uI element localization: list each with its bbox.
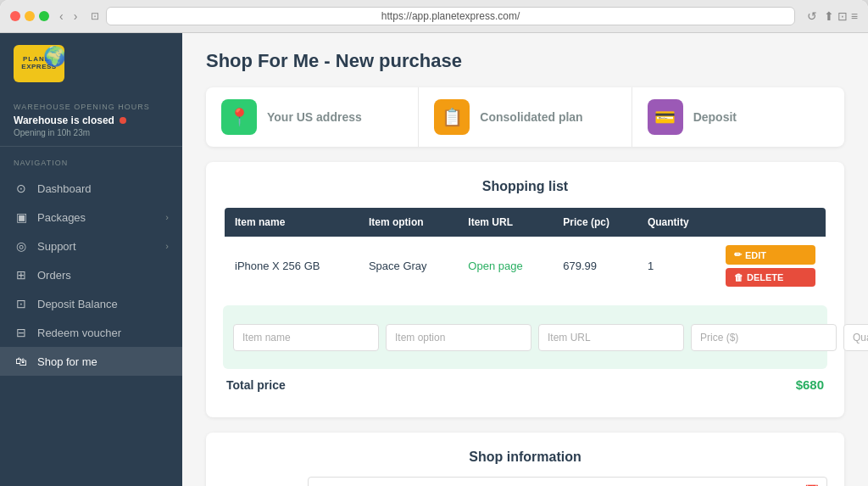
shop-info-title: Shop information	[223, 450, 827, 465]
chevron-right-icon: ›	[165, 212, 169, 222]
warehouse-section: WAREHOUSE OPENING HOURS Warehouse is clo…	[0, 94, 182, 147]
col-header-item-url: Item URL	[458, 207, 553, 237]
tab-address[interactable]: 📍 Your US address	[206, 87, 419, 147]
edit-button[interactable]: ✏ EDIT	[726, 245, 815, 265]
cell-item-name: iPhone X 256 GB	[224, 237, 359, 296]
tab-deposit-label: Deposit	[693, 110, 737, 124]
window-mode-button[interactable]: ⊡	[91, 10, 99, 22]
sidebar-item-voucher[interactable]: ⊟ Redeem voucher	[0, 318, 182, 347]
logo-globe-icon: 🌍	[43, 47, 64, 67]
tab-consolidated-label: Consolidated plan	[480, 110, 582, 124]
total-label: Total price	[226, 378, 286, 392]
menu-button[interactable]: ≡	[851, 9, 858, 23]
delete-label: DELETE	[747, 272, 783, 282]
support-icon: ◎	[14, 239, 29, 253]
new-item-name-input[interactable]	[233, 324, 379, 351]
total-row: Total price $680	[223, 369, 827, 400]
cell-price: 679.99	[553, 237, 637, 296]
bookmark-button[interactable]: ⊡	[837, 9, 848, 23]
item-url-link[interactable]: Open page	[468, 260, 522, 272]
status-dot-icon	[120, 117, 126, 124]
shopping-list-title: Shopping list	[223, 179, 827, 194]
warehouse-status-text: Warehouse is closed	[14, 115, 114, 126]
traffic-light-yellow[interactable]	[25, 11, 35, 21]
cell-item-option: Space Gray	[359, 237, 458, 296]
step-tabs: 📍 Your US address 📋 Consolidated plan 💳 …	[206, 87, 844, 147]
cell-item-url: Open page	[458, 237, 553, 296]
warehouse-label: WAREHOUSE OPENING HOURS	[14, 103, 169, 111]
col-header-price: Price (pc)	[553, 207, 637, 237]
logo: PLANET EXPRESS 🌍	[14, 45, 64, 82]
sidebar-item-label: Redeem voucher	[37, 327, 121, 339]
browser-chrome: ‹ › ⊡ https://app.planetexpress.com/ ↺ ⬆…	[0, 0, 868, 33]
cell-actions: ✏ EDIT 🗑 DELETE	[715, 237, 826, 296]
trash-icon: 🗑	[734, 272, 743, 282]
shopping-list-card: Shopping list Item name Item option Item…	[206, 162, 844, 417]
table-row: iPhone X 256 GB Space Gray Open page 679…	[224, 237, 826, 296]
sidebar-item-label: Deposit Balance	[37, 298, 118, 310]
sidebar-item-label: Dashboard	[37, 182, 92, 195]
consolidated-step-icon: 📋	[434, 99, 470, 135]
new-item-url-input[interactable]	[538, 324, 684, 351]
shopping-table: Item name Item option Item URL Price (pc…	[223, 206, 827, 297]
voucher-icon: ⊟	[14, 326, 29, 339]
dashboard-icon: ⊙	[14, 182, 29, 195]
logo-area: PLANET EXPRESS 🌍	[0, 33, 182, 94]
traffic-lights	[10, 11, 49, 21]
nav-label: NAVIGATION	[0, 155, 182, 174]
tab-consolidated[interactable]: 📋 Consolidated plan	[419, 87, 632, 147]
chevron-right-icon: ›	[165, 241, 169, 251]
col-header-item-name: Item name	[224, 207, 359, 237]
col-header-item-option: Item option	[359, 207, 458, 237]
sidebar-item-label: Orders	[37, 269, 71, 282]
traffic-light-green[interactable]	[39, 11, 49, 21]
page-title: Shop For Me - New purchase	[206, 50, 844, 72]
site-name-row: Site name * 📅	[223, 477, 827, 486]
share-button[interactable]: ⬆	[824, 9, 834, 23]
total-value: $680	[796, 377, 824, 392]
forward-button[interactable]: ›	[70, 8, 81, 25]
sidebar-item-support[interactable]: ◎ Support ›	[0, 232, 182, 260]
warehouse-status: Warehouse is closed	[14, 115, 169, 126]
deposit-step-icon: 💳	[648, 99, 683, 135]
new-item-price-input[interactable]	[691, 324, 837, 351]
main-content: Shop For Me - New purchase 📍 Your US add…	[182, 33, 868, 486]
new-item-quantity-input[interactable]	[843, 324, 868, 351]
shopforme-icon: 🛍	[14, 355, 29, 368]
nav-section: NAVIGATION ⊙ Dashboard ▣ Packages › ◎ Su…	[0, 147, 182, 384]
deposit-icon: ⊡	[14, 297, 29, 310]
warehouse-time: Opening in 10h 23m	[14, 128, 169, 137]
col-header-quantity: Quantity	[637, 207, 715, 237]
url-bar[interactable]: https://app.planetexpress.com/	[106, 7, 794, 25]
pencil-icon: ✏	[734, 249, 742, 260]
sidebar-item-label: Packages	[37, 211, 86, 224]
tab-address-label: Your US address	[267, 110, 362, 124]
edit-label: EDIT	[745, 250, 766, 260]
tab-deposit[interactable]: 💳 Deposit	[632, 87, 844, 147]
address-step-icon: 📍	[221, 99, 257, 135]
back-button[interactable]: ‹	[56, 8, 67, 25]
site-name-input-wrapper: 📅	[308, 477, 827, 486]
new-item-option-input[interactable]	[386, 324, 531, 351]
action-buttons: ✏ EDIT 🗑 DELETE	[726, 245, 815, 287]
packages-icon: ▣	[14, 210, 29, 224]
sidebar-item-label: Support	[37, 240, 76, 253]
site-name-input[interactable]	[308, 477, 827, 486]
col-header-actions	[715, 207, 826, 237]
orders-icon: ⊞	[14, 268, 29, 282]
sidebar-item-packages[interactable]: ▣ Packages ›	[0, 203, 182, 232]
sidebar: PLANET EXPRESS 🌍 WAREHOUSE OPENING HOURS…	[0, 33, 182, 486]
sidebar-item-label: Shop for me	[37, 355, 97, 368]
sidebar-item-deposit[interactable]: ⊡ Deposit Balance	[0, 289, 182, 318]
shop-info-card: Shop information Site name * 📅 Shop URL	[206, 433, 844, 486]
sidebar-item-dashboard[interactable]: ⊙ Dashboard	[0, 174, 182, 203]
sidebar-item-shopforme[interactable]: 🛍 Shop for me	[0, 347, 182, 376]
add-item-row: + ADDNEW ITEM	[223, 305, 827, 369]
traffic-light-red[interactable]	[10, 11, 20, 21]
cell-quantity: 1	[637, 237, 715, 296]
sidebar-item-orders[interactable]: ⊞ Orders	[0, 260, 182, 289]
refresh-button[interactable]: ↺	[807, 9, 817, 23]
delete-button[interactable]: 🗑 DELETE	[726, 268, 815, 287]
